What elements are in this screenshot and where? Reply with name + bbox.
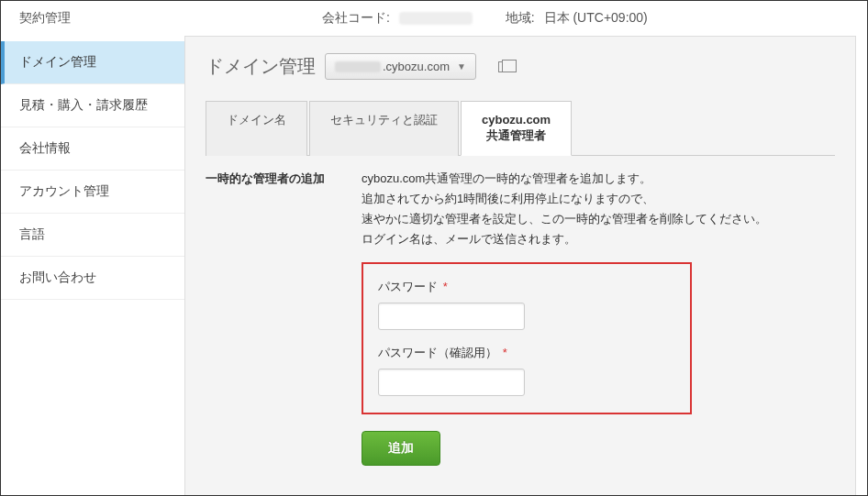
desc-line: 追加されてから約1時間後に利用停止になりますので、 — [362, 189, 835, 209]
sidebar-item-label: 言語 — [19, 226, 45, 241]
sidebar-item-domain[interactable]: ドメイン管理 — [1, 41, 184, 84]
sidebar-item-language[interactable]: 言語 — [1, 214, 184, 257]
region-value: 日本 (UTC+09:00) — [544, 10, 648, 25]
tabs: ドメイン名 セキュリティと認証 cybozu.com 共通管理者 — [206, 100, 835, 156]
main-panel: ドメイン管理 .cybozu.com ▼ ドメイン名 セキュリティと認証 cyb… — [184, 36, 856, 496]
tab-label-line1: cybozu.com — [482, 113, 551, 127]
sidebar-item-company[interactable]: 会社情報 — [1, 127, 184, 171]
sidebar-item-contact[interactable]: お問い合わせ — [1, 257, 184, 300]
domain-selector[interactable]: .cybozu.com ▼ — [325, 53, 476, 80]
tab-label: セキュリティと認証 — [330, 113, 438, 127]
password-confirm-input[interactable] — [378, 369, 525, 396]
tab-label-line2: 共通管理者 — [486, 128, 546, 142]
domain-prefix-blur — [335, 61, 381, 72]
domain-suffix: .cybozu.com — [383, 60, 450, 73]
chevron-down-icon: ▼ — [457, 61, 466, 72]
desc-line: ログイン名は、メールで送信されます。 — [362, 229, 835, 249]
company-code-value — [399, 12, 473, 25]
desc-line: 速やかに適切な管理者を設定し、この一時的な管理者を削除してください。 — [362, 209, 835, 229]
tab-admin[interactable]: cybozu.com 共通管理者 — [461, 101, 572, 156]
required-mark: * — [503, 346, 507, 359]
tab-domain-name[interactable]: ドメイン名 — [206, 101, 307, 156]
add-button[interactable]: 追加 — [362, 431, 440, 466]
section-title: 一時的な管理者の追加 — [206, 169, 362, 467]
sidebar-item-label: アカウント管理 — [19, 183, 109, 198]
contract-label: 契約管理 — [19, 10, 71, 25]
highlighted-form: パスワード * パスワード（確認用） * — [362, 262, 692, 414]
sidebar-item-account[interactable]: アカウント管理 — [1, 171, 184, 214]
tab-label: ドメイン名 — [227, 113, 286, 127]
page-title: ドメイン管理 — [206, 54, 316, 79]
tab-security[interactable]: セキュリティと認証 — [309, 101, 459, 156]
button-label: 追加 — [388, 440, 414, 455]
header: 契約管理 会社コード: 地域: 日本 (UTC+09:00) — [1, 1, 867, 36]
region-label: 地域: — [506, 10, 535, 25]
desc-line: cybozu.com共通管理の一時的な管理者を追加します。 — [362, 169, 835, 189]
password-label: パスワード — [378, 280, 438, 293]
sidebar: ドメイン管理 見積・購入・請求履歴 会社情報 アカウント管理 言語 お問い合わせ — [1, 36, 184, 496]
sidebar-item-label: ドメイン管理 — [19, 54, 96, 69]
password-confirm-label: パスワード（確認用） — [378, 346, 497, 359]
sidebar-item-billing[interactable]: 見積・購入・請求履歴 — [1, 84, 184, 127]
required-mark: * — [443, 280, 448, 293]
sidebar-item-label: 見積・購入・請求履歴 — [19, 97, 148, 112]
sidebar-item-label: 会社情報 — [19, 140, 71, 155]
company-code-label: 会社コード: — [322, 10, 390, 25]
popup-icon[interactable] — [498, 61, 511, 72]
sidebar-item-label: お問い合わせ — [19, 270, 96, 284]
password-input[interactable] — [378, 303, 525, 330]
